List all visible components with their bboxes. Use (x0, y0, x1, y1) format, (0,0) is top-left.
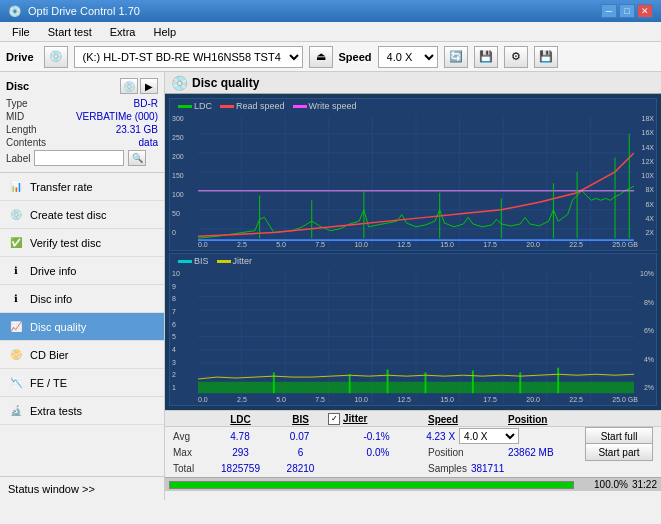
total-label: Total (173, 463, 208, 474)
sidebar-item-disc-quality[interactable]: 📈 Disc quality (0, 313, 164, 341)
drive-toolbar: Drive 💿 (K:) HL-DT-ST BD-RE WH16NS58 TST… (0, 42, 661, 72)
transfer-rate-icon: 📊 (8, 179, 24, 195)
verify-test-disc-icon: ✅ (8, 235, 24, 251)
chart1-x-labels: 0.0 2.5 5.0 7.5 10.0 12.5 15.0 17.5 20.0… (198, 241, 638, 248)
jitter-color (217, 260, 231, 263)
app-icon: 💿 (8, 5, 22, 18)
disc-contents-label: Contents (6, 137, 46, 148)
avg-label: Avg (173, 431, 208, 442)
stats-headers-row: LDC BIS ✓ Jitter Speed Position (165, 411, 661, 427)
ldc-legend-label: LDC (194, 101, 212, 111)
progress-time: 31:22 (632, 479, 657, 490)
disc-label-button[interactable]: 🔍 (128, 150, 146, 166)
save-button[interactable]: 💾 (534, 46, 558, 68)
disc-quality-icon: 📈 (8, 319, 24, 335)
refresh-button[interactable]: 🔄 (444, 46, 468, 68)
disc-quality-header: 💿 Disc quality (165, 72, 661, 94)
y-label-10x: 10X (642, 172, 654, 179)
fe-te-icon: 📉 (8, 375, 24, 391)
disc-action-button[interactable]: ▶ (140, 78, 158, 94)
max-jitter: 0.0% (328, 447, 428, 458)
disc-header: Disc 💿 ▶ (6, 78, 158, 94)
max-ldc: 293 (208, 447, 273, 458)
disc-label-row: Label 🔍 (6, 150, 158, 166)
y-label-8x: 8X (642, 186, 654, 193)
y-label-2x: 2X (642, 229, 654, 236)
disc-panel: Disc 💿 ▶ Type BD-R MID VERBATIMe (000) L… (0, 72, 164, 173)
extra-tests-icon: 🔬 (8, 403, 24, 419)
menu-help[interactable]: Help (145, 24, 184, 40)
nav-label-fe-te: FE / TE (30, 377, 67, 389)
legend-read-speed: Read speed (220, 101, 285, 111)
drive-selector[interactable]: (K:) HL-DT-ST BD-RE WH16NS58 TST4 (74, 46, 303, 68)
disc-label-input[interactable] (34, 150, 124, 166)
sidebar-item-create-test-disc[interactable]: 💿 Create test disc (0, 201, 164, 229)
close-button[interactable]: ✕ (637, 4, 653, 18)
write-button[interactable]: 💾 (474, 46, 498, 68)
eject-button[interactable]: ⏏ (309, 46, 333, 68)
y-label-200: 200 (172, 153, 184, 160)
sidebar-item-drive-info[interactable]: ℹ Drive info (0, 257, 164, 285)
position-label-row: Position (428, 447, 508, 458)
total-bis: 28210 (273, 463, 328, 474)
y-label-100: 100 (172, 191, 184, 198)
position-header: Position (508, 413, 588, 425)
bis-color (178, 260, 192, 263)
create-test-disc-icon: 💿 (8, 207, 24, 223)
nav-list: 📊 Transfer rate 💿 Create test disc ✅ Ver… (0, 173, 164, 425)
speed-select[interactable]: 4.0 X (459, 428, 519, 444)
menu-start-test[interactable]: Start test (40, 24, 100, 40)
speed-label: Speed (339, 51, 372, 63)
start-part-button[interactable]: Start part (585, 443, 653, 461)
nav-label-cd-bier: CD Bier (30, 349, 69, 361)
samples-value: 381711 (471, 463, 504, 474)
disc-quality-title: Disc quality (192, 76, 259, 90)
disc-type-label: Type (6, 98, 28, 109)
y-label-250: 250 (172, 134, 184, 141)
nav-label-disc-quality: Disc quality (30, 321, 86, 333)
total-ldc: 1825759 (208, 463, 273, 474)
stats-data-rows: Avg 4.78 0.07 -0.1% 4.23 X 4.0 X Start f… (165, 427, 661, 477)
drive-icon-button[interactable]: 💿 (44, 46, 68, 68)
app-title: Opti Drive Control 1.70 (28, 5, 140, 17)
disc-length-row: Length 23.31 GB (6, 124, 158, 135)
sidebar-item-fe-te[interactable]: 📉 FE / TE (0, 369, 164, 397)
speed-header: Speed (428, 413, 508, 425)
y-label-14x: 14X (642, 144, 654, 151)
sidebar-item-verify-test-disc[interactable]: ✅ Verify test disc (0, 229, 164, 257)
menu-file[interactable]: File (4, 24, 38, 40)
disc-icon-button[interactable]: 💿 (120, 78, 138, 94)
svg-rect-43 (198, 382, 634, 393)
legend-write-speed: Write speed (293, 101, 357, 111)
sidebar-item-cd-bier[interactable]: 📀 CD Bier (0, 341, 164, 369)
y-label-4x: 4X (642, 215, 654, 222)
write-speed-color (293, 105, 307, 108)
menu-extra[interactable]: Extra (102, 24, 144, 40)
cd-bier-icon: 📀 (8, 347, 24, 363)
write-speed-legend-label: Write speed (309, 101, 357, 111)
legend-ldc: LDC (178, 101, 212, 111)
y-label-50: 50 (172, 210, 184, 217)
progress-bar-container: 100.0% 31:22 (165, 477, 661, 491)
nav-label-create-test-disc: Create test disc (30, 209, 106, 221)
minimize-button[interactable]: ─ (601, 4, 617, 18)
status-window-label: Status window >> (8, 483, 95, 495)
nav-label-extra-tests: Extra tests (30, 405, 82, 417)
progress-bar-outer (169, 481, 574, 489)
sidebar-item-disc-info[interactable]: ℹ Disc info (0, 285, 164, 313)
sidebar-item-transfer-rate[interactable]: 📊 Transfer rate (0, 173, 164, 201)
maximize-button[interactable]: □ (619, 4, 635, 18)
progress-percentage: 100.0% (578, 479, 628, 490)
jitter-checkbox[interactable]: ✓ (328, 413, 340, 425)
disc-type-row: Type BD-R (6, 98, 158, 109)
status-window-button[interactable]: Status window >> (0, 476, 164, 500)
avg-bis: 0.07 (272, 431, 327, 442)
y-label-0: 0 (172, 229, 184, 236)
speed-selector[interactable]: 4.0 X (378, 46, 438, 68)
bis-header: BIS (273, 413, 328, 425)
chart-ldc: LDC Read speed Write speed 300 250 (169, 98, 657, 251)
stats-total-row: Total 1825759 28210 Samples 381711 (173, 460, 653, 476)
settings-button[interactable]: ⚙ (504, 46, 528, 68)
sidebar-item-extra-tests[interactable]: 🔬 Extra tests (0, 397, 164, 425)
disc-mid-row: MID VERBATIMe (000) (6, 111, 158, 122)
